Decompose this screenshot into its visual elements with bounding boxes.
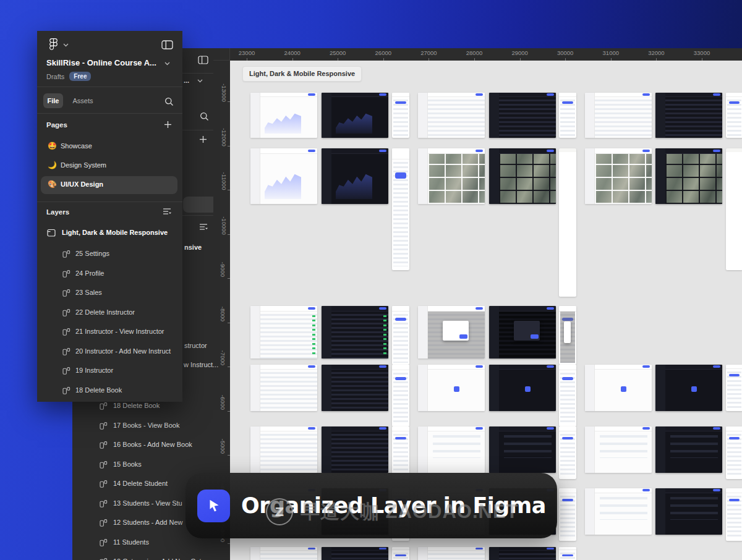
- design-thumbnail-light-form[interactable]: [585, 488, 652, 535]
- design-thumbnail-light-table[interactable]: [250, 547, 317, 560]
- sidebar-toggle-icon[interactable]: [195, 54, 210, 66]
- chevron-down-icon[interactable]: [195, 77, 204, 85]
- design-thumbnail-dark-form[interactable]: [655, 488, 722, 535]
- design-thumbnail-mobile-light[interactable]: [392, 148, 409, 270]
- sidebar-item-showcase[interactable]: 🤩Showcase: [37, 137, 182, 156]
- file-title-chevron-icon[interactable]: [163, 59, 171, 68]
- layer-name: 22 Delete Instructor: [75, 308, 135, 316]
- design-thumbnail-mobile-light[interactable]: [392, 93, 409, 138]
- design-thumbnail-light-empty[interactable]: [418, 365, 485, 411]
- design-thumbnail-dark-form[interactable]: [655, 426, 722, 473]
- sidebar-item-ui-ux-design[interactable]: 🎨UI/UX Design: [37, 176, 182, 195]
- layer-row[interactable]: 24 Profile: [37, 264, 182, 284]
- design-thumbnail-dark-table[interactable]: [322, 426, 388, 473]
- design-thumbnail-dark-table[interactable]: [322, 547, 388, 560]
- horizontal-ruler[interactable]: 2300024000250002600027000280002900030000…: [213, 48, 742, 61]
- layer-row[interactable]: 22 Delete Instructor: [37, 303, 182, 323]
- sidebar-toggle-icon[interactable]: [159, 38, 175, 51]
- design-thumbnail-dark-empty[interactable]: [489, 365, 556, 411]
- collapse-layers-icon[interactable]: [198, 222, 209, 232]
- layers-header: Layers: [46, 208, 69, 216]
- design-thumbnail-light-chart[interactable]: [250, 148, 317, 204]
- design-thumbnail-mobile-light[interactable]: [726, 93, 742, 138]
- layer-row[interactable]: 17 Books - View Book: [72, 416, 213, 436]
- layer-row[interactable]: 21 Instructor - View Instructor: [37, 322, 182, 342]
- add-page-icon[interactable]: [162, 119, 173, 130]
- thumb-pattern: [393, 97, 409, 137]
- drafts-label[interactable]: Drafts: [46, 73, 64, 80]
- thumb-pattern: [547, 93, 554, 96]
- design-thumbnail-mobile-light[interactable]: [726, 426, 742, 479]
- layer-row[interactable]: 15 Books: [72, 455, 213, 475]
- figma-menu-chevron-icon[interactable]: [62, 41, 70, 49]
- layer-row[interactable]: 19 Instructor: [37, 361, 182, 381]
- add-page-icon[interactable]: [197, 134, 208, 145]
- design-thumbnail-light-table[interactable]: [250, 365, 317, 411]
- design-thumbnail-light-form[interactable]: [585, 426, 652, 473]
- collapse-layers-icon[interactable]: [161, 206, 173, 216]
- design-thumbnail-mobile-light[interactable]: [726, 365, 742, 411]
- design-thumbnail-dark-list[interactable]: [322, 306, 388, 358]
- section-layer-row[interactable]: Light, Dark & Mobile Responsive: [37, 225, 182, 242]
- layer-row[interactable]: 16 Books - Add New Book: [72, 435, 213, 455]
- selected-page-highlight[interactable]: [183, 197, 213, 213]
- thumb-pattern: [585, 488, 595, 535]
- search-icon[interactable]: [163, 95, 175, 108]
- design-thumbnail-light-empty[interactable]: [585, 365, 652, 411]
- design-thumbnail-light-modal[interactable]: [418, 306, 485, 358]
- thumb-pattern: [585, 426, 595, 473]
- design-thumbnail-mobile-light[interactable]: [559, 547, 576, 560]
- design-thumbnail-dark-form[interactable]: [489, 426, 556, 473]
- design-thumbnail-mobile-light[interactable]: [559, 426, 576, 479]
- layer-row[interactable]: 25 Settings: [37, 244, 182, 264]
- design-thumbnail-mobile-light[interactable]: [559, 365, 576, 426]
- thumb-pattern: [665, 493, 722, 535]
- design-thumbnail-light-table[interactable]: [418, 93, 485, 138]
- thumb-pattern: [665, 365, 722, 370]
- tab-assets[interactable]: Assets: [69, 93, 96, 108]
- thumb-pattern: [595, 370, 652, 412]
- design-thumbnail-dark-chart[interactable]: [322, 148, 388, 204]
- tab-file[interactable]: File: [43, 93, 63, 108]
- thumb-pattern: [595, 426, 652, 431]
- thumb-pattern: [308, 150, 315, 152]
- design-thumbnail-dark-table[interactable]: [489, 547, 556, 560]
- design-thumbnail-mobile-light[interactable]: [559, 488, 576, 541]
- layer-row[interactable]: 20 Instructor - Add New Instruct: [37, 342, 182, 362]
- sidebar-item-design-system[interactable]: 🌙Design System: [37, 156, 182, 176]
- design-thumbnail-dark-table[interactable]: [322, 365, 388, 411]
- design-thumbnail-mobile-light[interactable]: [726, 488, 742, 541]
- design-thumbnail-light-form[interactable]: [418, 426, 485, 473]
- design-thumbnail-dark-modal[interactable]: [489, 306, 556, 358]
- layer-row[interactable]: 18 Delete Book: [37, 381, 182, 401]
- design-thumbnail-dark-table[interactable]: [489, 93, 556, 138]
- design-thumbnail-light-table[interactable]: [585, 93, 652, 138]
- design-thumbnail-light-table[interactable]: [250, 426, 317, 473]
- design-thumbnail-light-chart[interactable]: [250, 93, 317, 138]
- design-thumbnail-mobile-light[interactable]: [392, 306, 409, 365]
- design-thumbnail-dark-chart[interactable]: [322, 93, 388, 138]
- design-thumbnail-dark-photos[interactable]: [489, 148, 556, 204]
- design-thumbnail-light-photos[interactable]: [418, 148, 485, 204]
- design-thumbnail-light-table[interactable]: [418, 547, 485, 560]
- canvas-section-label[interactable]: Light, Dark & Mobile Responsive: [242, 66, 362, 82]
- design-thumbnail-mobile-light[interactable]: [559, 93, 576, 138]
- layer-name: 21 Instructor - View Instructor: [75, 328, 164, 335]
- design-thumbnail-mobile-photos[interactable]: [726, 148, 742, 270]
- layer-row[interactable]: 10 Categories - Add New Cat: [72, 552, 213, 560]
- file-title[interactable]: SkillRise - Online Course A...: [46, 58, 156, 67]
- design-thumbnail-dark-table[interactable]: [655, 93, 722, 138]
- figma-logo-icon[interactable]: [45, 37, 61, 52]
- design-thumbnail-dark-empty[interactable]: [655, 365, 722, 411]
- file-location-row: Drafts Free: [46, 72, 91, 81]
- design-thumbnail-mobile-modal[interactable]: [559, 306, 576, 365]
- design-thumbnail-light-photos[interactable]: [585, 148, 652, 204]
- design-thumbnail-mobile-light[interactable]: [392, 426, 409, 479]
- design-thumbnail-mobile-light[interactable]: [392, 365, 409, 426]
- search-icon[interactable]: [198, 110, 210, 122]
- design-thumbnail-dark-photos[interactable]: [655, 148, 722, 204]
- design-thumbnail-light-list[interactable]: [250, 306, 317, 358]
- design-thumbnail-mobile-photos[interactable]: [559, 148, 576, 297]
- layer-row[interactable]: 23 Sales: [37, 283, 182, 303]
- design-thumbnail-mobile-light[interactable]: [392, 547, 409, 560]
